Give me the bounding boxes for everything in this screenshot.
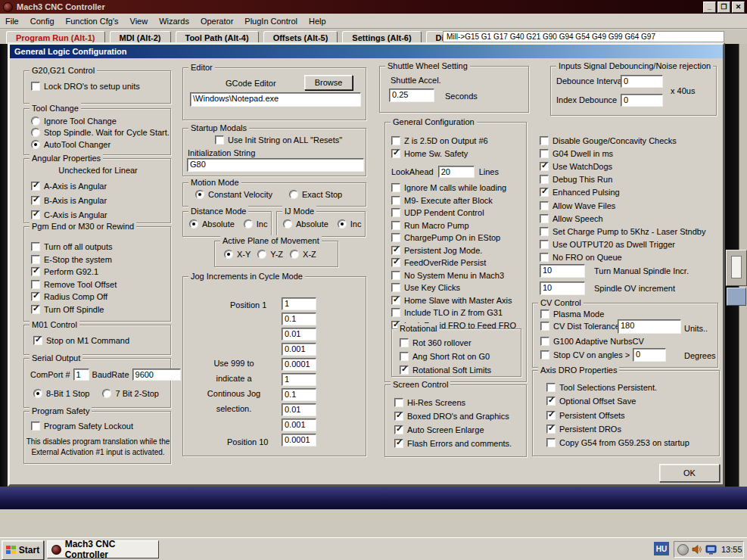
field-0-001[interactable]: 0.001	[282, 418, 316, 431]
volume-icon[interactable]	[692, 544, 702, 555]
check-b-axis-is-angular[interactable]: B-Axis is Angular	[31, 193, 107, 207]
checkbox-program-safety-lockout[interactable]: Program Safety Lockout	[31, 422, 133, 431]
field-1[interactable]: 1	[282, 297, 316, 310]
init-string-field[interactable]: G80	[187, 158, 364, 172]
radio-7-bit-2-stop[interactable]: 7 Bit 2-Stop	[102, 389, 158, 398]
check-optional-offset-save[interactable]: Optional Offset Save	[546, 394, 689, 408]
checkbox-g100-adaptive-nurbscv[interactable]: G100 Adaptive NurbsCV	[540, 337, 644, 346]
check-feedoverride-persist[interactable]: FeedOverRide Persist	[391, 257, 516, 269]
check-rot-360-rollover[interactable]: Rot 360 rollover	[400, 336, 491, 350]
check-z-is-2-5d-on-output-6[interactable]: Z is 2.5D on Output #6	[391, 134, 488, 148]
item-view[interactable]: View	[130, 15, 148, 27]
spindle-ov-increment-field[interactable]: 10	[540, 282, 585, 295]
editor-path-field[interactable]: \Windows\Notepad.exe	[190, 92, 361, 107]
checkbox-cv-dist-tolerance[interactable]: CV Dist Tolerance	[540, 322, 620, 331]
ok-button[interactable]: OK	[659, 464, 720, 482]
checkbox-use-init-string-on-all-resets[interactable]: Use Init String on ALL "Resets"	[215, 135, 342, 145]
field-0-1[interactable]: 0.1	[282, 313, 316, 325]
close-icon[interactable]: ✕	[732, 2, 745, 13]
check-enhanced-pulsing[interactable]: Enhanced Pulsing	[540, 186, 705, 199]
check-debug-this-run[interactable]: Debug This Run	[540, 173, 705, 186]
check-e-stop-the-system[interactable]: E-Stop the system	[31, 254, 117, 266]
check-use-output20-as-dwell-trigger[interactable]: Use OUTPUT20 as Dwell Trigger	[540, 238, 705, 251]
radio-inc[interactable]: Inc	[244, 219, 268, 229]
item-plugin-control[interactable]: PlugIn Control	[244, 15, 297, 27]
check-run-macro-pump[interactable]: Run Macro Pump	[391, 219, 516, 232]
shuttle-accel-field[interactable]: 0.25	[389, 89, 434, 102]
check-a-axis-is-angular[interactable]: A-Axis is Angular	[31, 179, 107, 193]
radio-absolute[interactable]: Absolute	[189, 219, 235, 229]
check-auto-screen-enlarge[interactable]: Auto Screen Enlarge	[394, 423, 512, 437]
check-m9-execute-after-block[interactable]: M9- Execute after Block	[391, 194, 516, 207]
item-function-cfg-s[interactable]: Function Cfg's	[66, 15, 119, 27]
taskbar-task-mach3[interactable]: Mach3 CNC Controller	[47, 540, 159, 558]
checkbox-stop-cv-on-angles[interactable]: Stop CV on angles >	[540, 350, 630, 359]
language-indicator[interactable]: HU	[654, 542, 669, 555]
field-0-01[interactable]: 0.01	[282, 403, 316, 416]
item-config[interactable]: Config	[30, 15, 54, 27]
radio-exact-stop[interactable]: Exact Stop	[289, 190, 342, 199]
check-allow-wave-files[interactable]: Allow Wave Files	[540, 199, 705, 212]
manual-spindle-incr-field[interactable]: 10	[540, 264, 585, 278]
cv-dist-tolerance-field[interactable]: 180	[618, 319, 681, 334]
check-home-sw-safety[interactable]: Home Sw. Safety	[391, 148, 488, 161]
browse-button[interactable]: Browse	[304, 75, 353, 90]
field-0-0001[interactable]: 0.0001	[282, 434, 316, 446]
checkbox-stop-on-m1-command[interactable]: Stop on M1 Command	[33, 336, 129, 345]
check-persistent-dros[interactable]: Persistent DROs	[546, 422, 689, 436]
check-boxed-dro-s-and-graphics[interactable]: Boxed DRO's and Graphics	[394, 409, 512, 423]
check-set-charge-pump-to-5khz-laser-stndby[interactable]: Set Charge Pump to 5Khz - Laser Stndby	[540, 225, 705, 238]
radio-x-z[interactable]: X-Z	[290, 250, 316, 259]
check-flash-errors-and-comments[interactable]: Flash Errors and comments.	[394, 437, 512, 450]
check-no-system-menu-in-mach3[interactable]: No System Menu in Mach3	[391, 269, 516, 282]
radio-constant-velocity[interactable]: Constant Velocity	[195, 190, 272, 199]
display-icon[interactable]	[705, 545, 717, 555]
radio-y-z[interactable]: Y-Z	[257, 250, 283, 259]
radio-autotool-changer[interactable]: AutoTool Changer	[31, 138, 170, 151]
minimize-icon[interactable]: _	[703, 2, 716, 13]
clock[interactable]: 13:55	[721, 545, 742, 554]
check-use-key-clicks[interactable]: Use Key Clicks	[391, 282, 516, 294]
status-icon[interactable]	[677, 544, 689, 555]
checkbox-plasma-mode[interactable]: Plasma Mode	[540, 310, 604, 319]
index-debounce-field[interactable]: 0	[621, 94, 663, 107]
baudrate-field[interactable]: 9600	[132, 369, 181, 381]
check-home-slave-with-master-axis[interactable]: Home Slave with Master Axis	[391, 294, 516, 307]
check-tool-selections-persistent[interactable]: Tool Selections Persistent.	[546, 381, 689, 394]
check-disable-gouge-concavity-checks[interactable]: Disable Gouge/Concavity Checks	[540, 134, 705, 147]
check-turn-off-all-outputs[interactable]: Turn off all outputs	[31, 241, 117, 254]
check-chargepump-on-in-estop[interactable]: ChargePump On in EStop	[391, 232, 516, 244]
field-0-001[interactable]: 0.001	[282, 343, 316, 356]
start-button[interactable]: Start	[2, 540, 44, 560]
field-0-1[interactable]: 0.1	[282, 388, 316, 401]
radio-x-y[interactable]: X-Y	[224, 250, 251, 259]
field-0-0001[interactable]: 0.0001	[282, 358, 316, 371]
dialog-titlebar[interactable]: General Logic Configuration	[10, 45, 723, 58]
check-perform-g92-1[interactable]: Perform G92.1	[31, 266, 117, 278]
stop-cv-angle-field[interactable]: 0	[633, 348, 666, 362]
check-radius-comp-off[interactable]: Radius Comp Off	[31, 291, 117, 303]
check-g04-dwell-in-ms[interactable]: G04 Dwell in ms	[540, 147, 705, 160]
check-rotational-soft-limits[interactable]: Rotational Soft Limits	[400, 363, 491, 377]
check-include-tlo-in-z-from-g31[interactable]: Include TLO in Z from G31	[391, 306, 516, 319]
check-use-watchdogs[interactable]: Use WatchDogs	[540, 160, 705, 173]
item-file[interactable]: File	[5, 15, 19, 27]
radio-8-bit-1-stop[interactable]: 8-Bit 1 Stop	[33, 389, 89, 398]
checkbox-lock-dros-to-setup-units[interactable]: Lock DRO's to setup units	[31, 82, 140, 91]
debounce-interval-field[interactable]: 0	[621, 75, 663, 88]
check-copy-g54-from-g59-253-on-startup[interactable]: Copy G54 from G59.253 on startup	[546, 436, 689, 450]
item-help[interactable]: Help	[309, 15, 326, 27]
radio-stop-spindle-wait-for-cycle-start[interactable]: Stop Spindle. Wait for Cycle Start.	[31, 127, 170, 139]
check-hi-res-screens[interactable]: Hi-Res Screens	[394, 396, 512, 409]
field-0-01[interactable]: 0.01	[282, 328, 316, 341]
comport-field[interactable]: 1	[73, 369, 89, 381]
field-1[interactable]: 1	[282, 373, 316, 386]
item-wizards[interactable]: Wizards	[159, 15, 189, 27]
check-allow-speech[interactable]: Allow Speech	[540, 212, 705, 225]
check-turn-off-spindle[interactable]: Turn Off Spindle	[31, 303, 117, 316]
check-ang-short-rot-on-g0[interactable]: Ang Short Rot on G0	[400, 350, 491, 363]
radio-absolute[interactable]: Absolute	[283, 219, 328, 229]
check-c-axis-is-angular[interactable]: C-Axis is Angular	[31, 207, 107, 222]
radio-inc[interactable]: Inc	[338, 219, 362, 229]
check-remove-tool-offset[interactable]: Remove Tool Offset	[31, 278, 117, 291]
